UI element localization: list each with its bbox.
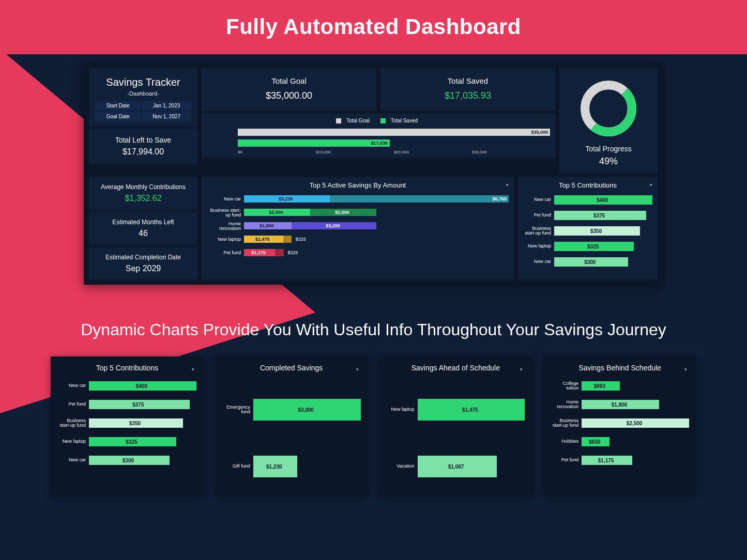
avg-contrib-label: Average Monthly Contributions	[94, 183, 192, 191]
bar-label: Business start-up fund	[551, 418, 582, 428]
chevron-down-icon[interactable]: ▾	[520, 367, 523, 372]
bar: $650	[582, 437, 609, 446]
goal-date-value: Nov 1, 2027	[142, 112, 191, 121]
bar: $1,475	[418, 399, 525, 421]
bar-label: Emergency fund	[222, 405, 253, 415]
top5-contrib-chart: Top 5 Contributions ▾ New car$400 Pet fu…	[518, 177, 658, 279]
bar-remain	[275, 249, 284, 256]
progress-donut-icon	[577, 77, 639, 139]
avg-contrib-value: $1,352.62	[94, 194, 192, 203]
bar-label: New car	[58, 458, 89, 462]
goal-date-row: Goal Date Nov 1, 2027	[95, 112, 191, 121]
total-left-card: Total Left to Save $17,994.00	[89, 129, 197, 164]
bar-label: Pet fund	[551, 458, 582, 462]
bar-label: Vacation	[387, 464, 418, 469]
dashboard-panel: Savings Tracker -Dashboard- Start Date J…	[84, 63, 663, 285]
small-card-ahead: Savings Ahead of Schedule ▾ New laptop$1…	[379, 356, 532, 495]
chevron-down-icon[interactable]: ▾	[192, 367, 194, 372]
bar-label: New laptop	[58, 439, 89, 444]
bar-label: Gift fund	[222, 464, 253, 469]
bar: $325	[554, 242, 634, 251]
bar-label: Hobbies	[551, 439, 582, 444]
bar-label: Business start-up fund	[207, 208, 244, 218]
bar-remain: $2,500	[310, 209, 376, 216]
bar: $883	[582, 381, 619, 391]
tracker-subtitle: -Dashboard-	[95, 90, 191, 97]
bar: $350	[89, 418, 183, 428]
legend-goal: Total Goal	[346, 118, 370, 123]
goal-bar-label: $35,000	[531, 130, 548, 135]
bar-label: New laptop	[387, 407, 418, 412]
tracker-header-card: Savings Tracker -Dashboard- Start Date J…	[89, 68, 197, 127]
start-date-value: Jan 1, 2023	[142, 101, 191, 111]
small-card-behind: Savings Behind Schedule ▾ College tuitio…	[543, 356, 696, 495]
completion-date-label: Estimated Completion Date	[94, 254, 192, 261]
page-subheadline: Dynamic Charts Provide You With Useful I…	[0, 320, 747, 339]
saved-bar: $17,036	[238, 139, 390, 147]
bar-label: Pet fund	[523, 213, 554, 217]
bar-remain-label: $325	[287, 250, 298, 255]
bar-label: New laptop	[207, 237, 244, 242]
bar-remain: $3,200	[292, 222, 376, 229]
months-left-label: Estimated Months Left	[94, 219, 192, 226]
bar-label: Pet fund	[58, 402, 89, 407]
progress-percent: 49%	[563, 156, 653, 167]
bar: $1,087	[418, 456, 497, 477]
start-date-row: Start Date Jan 1, 2023	[95, 101, 191, 111]
bar: $1,175	[582, 456, 632, 465]
goal-date-label: Goal Date	[95, 112, 141, 121]
bar: $300	[89, 456, 170, 465]
total-saved-label: Total Saved	[387, 76, 549, 85]
bar-saved: $1,800	[244, 222, 292, 229]
goal-vs-saved-chart: Total Goal Total Saved $35,000 $17,036	[202, 114, 555, 158]
avg-contrib-card: Average Monthly Contributions $1,352.62	[89, 177, 197, 209]
bottom-cards-strip: Top 5 Contributions ▾ New car$400 Pet fu…	[51, 356, 696, 495]
bar: $325	[89, 437, 176, 446]
card-title: Completed Savings	[222, 364, 361, 372]
total-left-label: Total Left to Save	[94, 136, 192, 144]
total-goal-label: Total Goal	[208, 76, 370, 85]
top5-active-chart: Top 5 Active Savings By Amount ▾ New car…	[202, 177, 514, 279]
bar: $400	[554, 195, 652, 205]
card-title: Savings Ahead of Schedule	[387, 364, 525, 372]
bar: $300	[554, 257, 628, 267]
total-saved-value: $17,035.93	[387, 90, 549, 101]
legend-saved: Total Saved	[391, 118, 418, 123]
small-card-completed: Completed Savings ▾ Emergency fund$3,000…	[215, 356, 368, 495]
goal-bar: $35,000	[238, 129, 550, 136]
bar: $375	[554, 211, 646, 220]
bar-label: New car	[58, 383, 89, 388]
card-title: Savings Behind Schedule	[551, 364, 689, 372]
bar-remain: $6,765	[330, 195, 509, 203]
chevron-down-icon[interactable]: ▾	[356, 367, 359, 372]
bar-label: New car	[207, 197, 244, 201]
bar-label: New car	[523, 259, 554, 264]
bar-saved: $1,475	[244, 236, 283, 243]
chart-legend: Total Goal Total Saved	[207, 118, 550, 125]
bar-label: New laptop	[523, 244, 554, 248]
total-left-value: $17,994.00	[94, 147, 192, 157]
chevron-down-icon[interactable]: ▾	[650, 182, 652, 188]
chevron-down-icon[interactable]: ▾	[684, 367, 687, 372]
start-date-label: Start Date	[95, 101, 141, 111]
bar: $2,500	[582, 418, 689, 428]
page-headline: Fully Automated Dashboard	[0, 14, 747, 39]
bar-remain-label: $325	[296, 237, 306, 242]
bar: $375	[89, 400, 190, 409]
bar-label: Home renovation	[207, 222, 244, 231]
bar: $350	[554, 226, 640, 236]
bar-saved: $2,500	[244, 209, 310, 216]
bar: $1,230	[253, 456, 297, 477]
card-title: Top 5 Contributions	[58, 364, 196, 372]
top5-active-title: Top 5 Active Savings By Amount	[207, 181, 509, 189]
completion-date-card: Estimated Completion Date Sep 2029	[89, 247, 197, 279]
bar-saved: $1,175	[244, 249, 275, 256]
months-left-value: 46	[94, 229, 192, 238]
bar-label: Home renovation	[551, 400, 582, 410]
total-goal-value: $35,000.00	[208, 90, 370, 101]
total-goal-card: Total Goal $35,000.00	[202, 68, 376, 111]
total-saved-card: Total Saved $17,035.93	[380, 68, 555, 111]
chevron-down-icon[interactable]: ▾	[506, 182, 509, 188]
tracker-title: Savings Tracker	[95, 73, 191, 88]
saved-bar-label: $17,036	[371, 141, 388, 146]
